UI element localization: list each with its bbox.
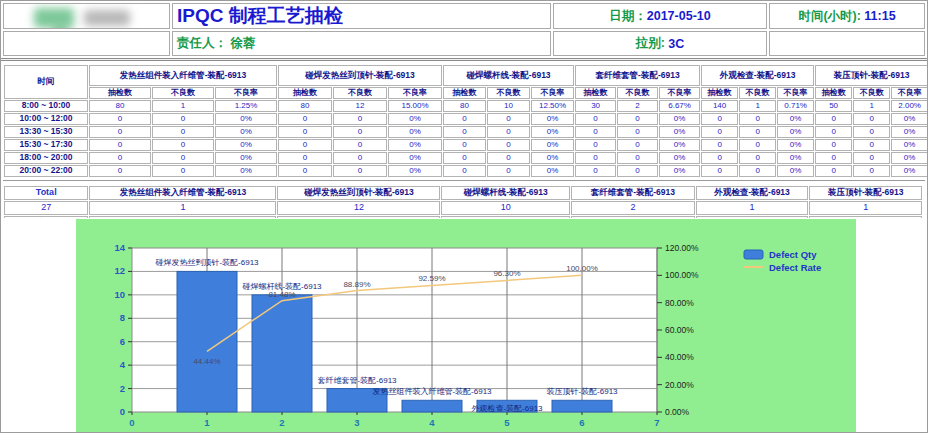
subheader-defect: 不良数 bbox=[487, 87, 530, 99]
table-cell: 2 bbox=[617, 100, 658, 112]
table-row: Total发热丝组件装入纤维管-装配-6913碰焊发热丝到顶针-装配-6913碰… bbox=[4, 186, 922, 200]
table-cell: 0% bbox=[891, 139, 928, 151]
table-cell: 0 bbox=[853, 139, 890, 151]
hour-value: 11:15 bbox=[864, 9, 895, 23]
table-cell: 0% bbox=[777, 126, 814, 138]
group-header-2: 碰焊发热丝到顶针-装配-6913 bbox=[278, 65, 442, 86]
table-cell: 0 bbox=[739, 126, 776, 138]
section-divider bbox=[1, 58, 928, 61]
table-cell: 0 bbox=[487, 152, 530, 164]
table-cell: 0% bbox=[531, 165, 574, 177]
table-row: 10:00 ~ 12:00000%000%000%000%000%000% bbox=[4, 113, 928, 125]
table-cell: 0% bbox=[388, 152, 442, 164]
table-cell: 1 bbox=[89, 201, 276, 215]
table-cell: 0 bbox=[815, 126, 852, 138]
table-cell: 0 bbox=[701, 165, 738, 177]
rate-point-label: 96.30% bbox=[493, 269, 520, 278]
subheader-sample: 抽检数 bbox=[701, 87, 738, 99]
table-row: 2711210211 bbox=[4, 201, 922, 215]
table-cell: 0 bbox=[333, 165, 387, 177]
subheader-rate: 不良率 bbox=[531, 87, 574, 99]
table-cell: 0% bbox=[659, 113, 700, 125]
table-cell: 0 bbox=[89, 139, 151, 151]
group-header-4: 套纤维套管-装配-6913 bbox=[575, 65, 700, 86]
subheader-rate: 不良率 bbox=[388, 87, 442, 99]
right-axis-label: 0.00% bbox=[665, 407, 690, 417]
rate-point-label: 92.59% bbox=[418, 274, 445, 283]
table-cell: 0% bbox=[777, 113, 814, 125]
line-cell: 拉别: 3C bbox=[553, 31, 767, 56]
x-axis-label: 2 bbox=[279, 417, 284, 428]
table-cell: 0 bbox=[815, 139, 852, 151]
table-cell: 10:00 ~ 12:00 bbox=[4, 113, 88, 125]
right-axis-label: 120.00% bbox=[665, 243, 699, 253]
table-cell: 0% bbox=[388, 165, 442, 177]
table-row: 20:00 ~ 22:00000%000%000%000%000%000% bbox=[4, 165, 928, 177]
table-cell: 0% bbox=[777, 152, 814, 164]
left-axis-label: 14 bbox=[114, 242, 125, 253]
table-cell: 2 bbox=[571, 201, 695, 215]
empty-cell bbox=[769, 31, 925, 56]
table-cell: 0% bbox=[659, 139, 700, 151]
x-axis-label: 5 bbox=[504, 417, 510, 428]
logo-blurred-gray bbox=[84, 10, 130, 26]
line-label: 拉别: bbox=[636, 35, 669, 52]
table-cell: 20:00 ~ 22:00 bbox=[4, 165, 88, 177]
subheader-sample: 抽检数 bbox=[575, 87, 616, 99]
left-axis-label: 2 bbox=[120, 383, 125, 394]
table-cell: 1 bbox=[809, 201, 922, 215]
defect-qty-bar bbox=[252, 295, 312, 412]
table-cell: 0 bbox=[278, 139, 332, 151]
table-cell: 0 bbox=[701, 152, 738, 164]
table-cell: 0 bbox=[739, 139, 776, 151]
hour-label: 时间(小时): bbox=[798, 8, 864, 25]
table-cell: 0% bbox=[531, 152, 574, 164]
line-value: 3C bbox=[668, 37, 684, 51]
table-cell: 0% bbox=[659, 152, 700, 164]
x-axis-label: 6 bbox=[579, 417, 584, 428]
subheader-rate: 不良率 bbox=[777, 87, 814, 99]
table-cell: 1 bbox=[853, 100, 890, 112]
legend-bar-swatch bbox=[744, 250, 763, 259]
table-cell: 10 bbox=[487, 100, 530, 112]
subheader-sample: 抽检数 bbox=[815, 87, 852, 99]
date-value: 2017-05-10 bbox=[647, 9, 711, 23]
subheader-defect: 不良数 bbox=[739, 87, 776, 99]
subheader-rate: 不良率 bbox=[891, 87, 928, 99]
bar-category-label: 装压顶针-装配-6913 bbox=[546, 387, 618, 396]
table-cell: 0 bbox=[278, 113, 332, 125]
left-axis-label: 4 bbox=[120, 359, 126, 370]
table-cell: 0 bbox=[487, 113, 530, 125]
table-row: 15:30 ~ 17:30000%000%000%000%000%000% bbox=[4, 139, 928, 151]
table-cell: 0 bbox=[575, 126, 616, 138]
table-cell: 1.25% bbox=[215, 100, 277, 112]
table-cell: 0 bbox=[152, 126, 214, 138]
table-cell: 0 bbox=[617, 165, 658, 177]
table-cell: 0 bbox=[152, 152, 214, 164]
inspection-body: 8:00 ~ 10:008011.25%801215.00%801012.50%… bbox=[4, 100, 928, 177]
table-cell: 0 bbox=[443, 139, 486, 151]
table-cell: 15.00% bbox=[388, 100, 442, 112]
legend-defect-rate-label: Defect Rate bbox=[769, 262, 821, 273]
table-cell: 0 bbox=[575, 139, 616, 151]
group-header-1: 发热丝组件装入纤维管-装配-6913 bbox=[89, 65, 277, 86]
group-header-6: 装压顶针-装配-6913 bbox=[815, 65, 928, 86]
table-cell: 0 bbox=[443, 152, 486, 164]
rate-point-label: 100.00% bbox=[566, 264, 598, 273]
table-cell: 0 bbox=[333, 152, 387, 164]
table-cell: 0 bbox=[853, 113, 890, 125]
logo-blurred-tail bbox=[52, 26, 68, 29]
table-cell: 0 bbox=[487, 126, 530, 138]
table-cell: 6.67% bbox=[659, 100, 700, 112]
inspection-table: 时间 发热丝组件装入纤维管-装配-6913 碰焊发热丝到顶针-装配-6913 碰… bbox=[3, 64, 928, 178]
subheader-sample: 抽检数 bbox=[443, 87, 486, 99]
table-cell: 1 bbox=[739, 100, 776, 112]
table-cell: 1 bbox=[152, 100, 214, 112]
x-axis-label: 1 bbox=[204, 417, 210, 428]
table-cell: 0 bbox=[575, 152, 616, 164]
table-cell: 8:00 ~ 10:00 bbox=[4, 100, 88, 112]
subheader-defect: 不良数 bbox=[617, 87, 658, 99]
table-cell: 0% bbox=[891, 113, 928, 125]
subheader-defect: 不良数 bbox=[333, 87, 387, 99]
table-cell: 0 bbox=[701, 113, 738, 125]
